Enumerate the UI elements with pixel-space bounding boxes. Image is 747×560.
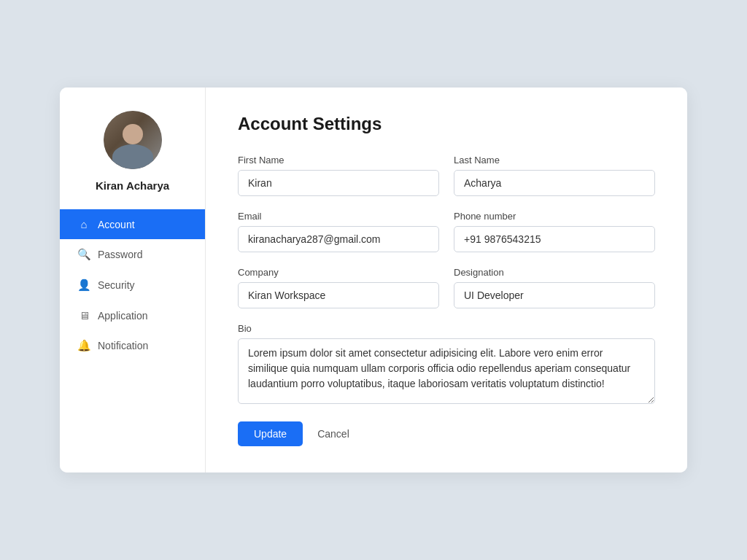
update-button[interactable]: Update (238, 421, 303, 446)
phone-label: Phone number (454, 211, 655, 222)
security-icon: 👤 (77, 279, 90, 292)
sidebar-item-security-label: Security (98, 279, 135, 291)
sidebar-item-notification-label: Notification (98, 340, 148, 351)
email-group: Email (238, 211, 439, 252)
main-content: Account Settings First Name Last Name Em… (206, 88, 687, 472)
contact-row: Email Phone number (238, 211, 655, 252)
company-row: Company Designation (238, 267, 655, 308)
first-name-group: First Name (238, 155, 439, 196)
nav-menu: ⌂ Account 🔍 Password 👤 Security 🖥 Applic… (60, 209, 205, 361)
account-form: First Name Last Name Email Phone number (238, 155, 655, 446)
email-label: Email (238, 211, 439, 222)
first-name-input[interactable] (238, 170, 439, 196)
company-label: Company (238, 267, 439, 278)
name-row: First Name Last Name (238, 155, 655, 196)
user-name: Kiran Acharya (96, 179, 169, 192)
designation-input[interactable] (454, 282, 655, 308)
designation-label: Designation (454, 267, 655, 278)
sidebar-item-application[interactable]: 🖥 Application (60, 300, 205, 330)
bio-row: Bio (238, 323, 655, 404)
last-name-group: Last Name (454, 155, 655, 196)
last-name-label: Last Name (454, 155, 655, 166)
designation-group: Designation (454, 267, 655, 308)
sidebar-item-security[interactable]: 👤 Security (60, 270, 205, 300)
company-group: Company (238, 267, 439, 308)
button-row: Update Cancel (238, 421, 655, 446)
bio-input[interactable] (238, 338, 655, 404)
bio-group: Bio (238, 323, 655, 404)
sidebar-item-application-label: Application (98, 310, 148, 322)
avatar (104, 111, 162, 169)
phone-input[interactable] (454, 226, 655, 252)
phone-group: Phone number (454, 211, 655, 252)
notification-icon: 🔔 (77, 339, 90, 352)
application-icon: 🖥 (77, 309, 90, 322)
cancel-button[interactable]: Cancel (311, 421, 355, 446)
last-name-input[interactable] (454, 170, 655, 196)
sidebar-item-account-label: Account (98, 219, 135, 230)
sidebar-item-password-label: Password (98, 249, 142, 260)
settings-card: Kiran Acharya ⌂ Account 🔍 Password 👤 Sec… (60, 88, 687, 472)
sidebar-item-account[interactable]: ⌂ Account (60, 209, 205, 239)
page-title: Account Settings (238, 114, 655, 134)
sidebar: Kiran Acharya ⌂ Account 🔍 Password 👤 Sec… (60, 88, 206, 472)
sidebar-item-notification[interactable]: 🔔 Notification (60, 330, 205, 361)
email-input[interactable] (238, 226, 439, 252)
first-name-label: First Name (238, 155, 439, 166)
company-input[interactable] (238, 282, 439, 308)
bio-label: Bio (238, 323, 655, 334)
home-icon: ⌂ (77, 218, 90, 230)
password-icon: 🔍 (77, 248, 90, 261)
sidebar-item-password[interactable]: 🔍 Password (60, 239, 205, 270)
